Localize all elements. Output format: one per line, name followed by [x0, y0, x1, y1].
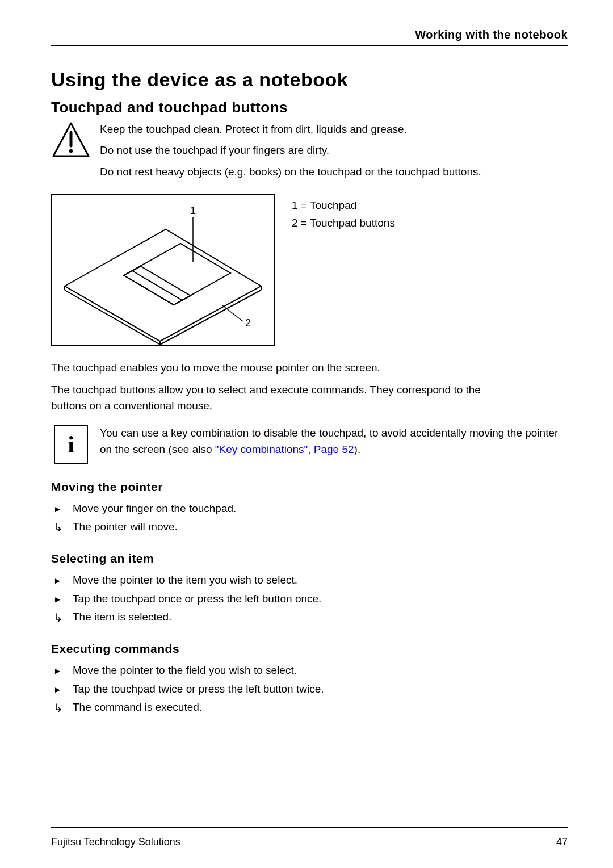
- svg-line-11: [132, 271, 182, 300]
- footer-rule: [51, 827, 568, 828]
- steps-executing: Move the pointer to the field you wish t…: [51, 661, 568, 716]
- info-callout: i You can use a key combination to disab…: [51, 425, 568, 464]
- footer: Fujitsu Technology Solutions 47: [51, 836, 568, 848]
- step-action: Move the pointer to the field you wish t…: [51, 661, 568, 680]
- caution-line-1: Keep the touchpad clean. Protect it from…: [100, 121, 568, 137]
- svg-line-7: [65, 290, 160, 345]
- heading-selecting-item: Selecting an item: [51, 552, 568, 565]
- heading-executing-commands: Executing commands: [51, 642, 568, 656]
- svg-marker-9: [124, 244, 230, 305]
- warning-icon: [51, 121, 91, 161]
- caution-line-2: Do not use the touchpad if your fingers …: [100, 142, 568, 158]
- step-action: Tap the touchpad once or press the left …: [51, 590, 568, 608]
- legend-line-2: 2 = Touchpad buttons: [292, 215, 395, 232]
- caution-callout: Keep the touchpad clean. Protect it from…: [51, 121, 568, 184]
- diagram-callout-1: 1: [190, 205, 196, 216]
- svg-point-2: [69, 149, 73, 153]
- step-result: The item is selected.: [51, 608, 568, 626]
- running-head: Working with the notebook: [51, 28, 568, 41]
- body-paragraph-2: The touchpad buttons allow you to select…: [51, 382, 517, 414]
- heading-moving-pointer: Moving the pointer: [51, 480, 568, 494]
- step-action: Move the pointer to the item you wish to…: [51, 571, 568, 589]
- svg-marker-3: [65, 229, 261, 341]
- steps-moving: Move your finger on the touchpad. The po…: [51, 500, 568, 536]
- touchpad-diagram: 1 2: [51, 194, 275, 346]
- page: Working with the notebook Using the devi…: [0, 0, 613, 868]
- diagram-legend: 1 = Touchpad 2 = Touchpad buttons: [292, 194, 395, 232]
- steps-selecting: Move the pointer to the item you wish to…: [51, 571, 568, 626]
- diagram-callout-2: 2: [245, 317, 251, 329]
- key-combinations-link[interactable]: "Key combinations", Page 52: [215, 443, 354, 455]
- subsection-title: Touchpad and touchpad buttons: [51, 99, 568, 116]
- step-action: Move your finger on the touchpad.: [51, 500, 568, 518]
- caution-body: Keep the touchpad clean. Protect it from…: [100, 121, 568, 184]
- info-body: You can use a key combination to disable…: [100, 425, 568, 463]
- info-icon: i: [51, 425, 91, 464]
- step-result: The command is executed.: [51, 698, 568, 716]
- legend-line-1: 1 = Touchpad: [292, 197, 395, 214]
- footer-publisher: Fujitsu Technology Solutions: [51, 836, 180, 848]
- info-text-after: ).: [354, 443, 361, 455]
- step-action: Tap the touchpad twice or press the left…: [51, 680, 568, 698]
- section-title: Using the device as a notebook: [51, 69, 568, 91]
- header-rule: [51, 45, 568, 46]
- step-result: The pointer will move.: [51, 518, 568, 536]
- svg-line-13: [222, 305, 243, 321]
- body-paragraph-1: The touchpad enables you to move the mou…: [51, 360, 568, 376]
- diagram-row: 1 2 1 = Touchpad 2 = Touchpad buttons: [51, 194, 568, 346]
- caution-line-3: Do not rest heavy objects (e.g. books) o…: [100, 163, 568, 180]
- footer-page-number: 47: [556, 836, 568, 848]
